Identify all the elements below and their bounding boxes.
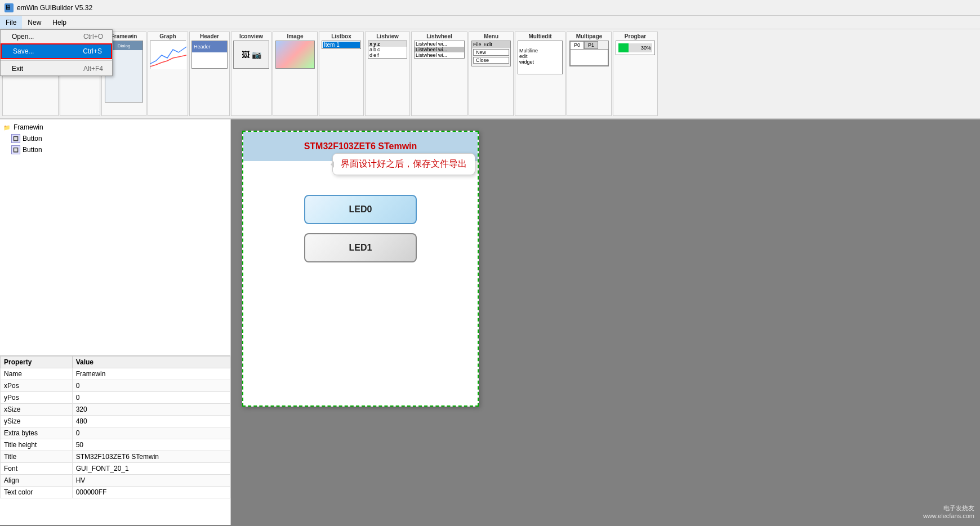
canvas-title: STM32F103ZET6 STemwin <box>304 141 417 151</box>
toolbar-multipage-title: Multipage <box>576 33 603 39</box>
prop-name: ySize <box>1 416 73 427</box>
menu-open-item[interactable]: Open... Ctrl+O <box>1 30 112 43</box>
prop-value: STM32F103ZET6 STemwin <box>72 451 230 463</box>
image-preview <box>275 41 315 69</box>
table-row: Text color000000FF <box>1 487 230 498</box>
main-area: 📁 Framewin 🔲 Button 🔲 Button Property <box>0 119 980 525</box>
toolbar-listwheel-title: Listwheel <box>426 33 452 39</box>
menu-new[interactable]: New <box>22 16 47 29</box>
tree-root[interactable]: 📁 Framewin <box>2 122 228 133</box>
prop-value: GUI_FONT_20_1 <box>72 463 230 475</box>
left-panel: 📁 Framewin 🔲 Button 🔲 Button Property <box>0 119 231 525</box>
table-row: xSize320 <box>1 404 230 416</box>
menu-bar: File New Help Open... Ctrl+O Save... Ctr… <box>0 16 980 29</box>
table-row: NameFramewin <box>1 368 230 380</box>
multipage-preview: P0 P1 <box>569 41 609 66</box>
tree-button-1[interactable]: 🔲 Button <box>11 133 228 144</box>
menu-exit-item[interactable]: Exit Alt+F4 <box>1 62 112 75</box>
canvas-body: LED0 LED1 <box>243 161 478 274</box>
table-row: TitleSTM32F103ZET6 STemwin <box>1 451 230 463</box>
toolbar-graph-title: Graph <box>159 33 176 39</box>
properties-table: Property Value NameFramewinxPos0yPos0xSi… <box>0 356 230 498</box>
prop-value: 000000FF <box>72 487 230 498</box>
toolbar-framewin-title: Framewin <box>111 33 137 39</box>
toolbar-listbox-title: Listbox <box>331 33 351 39</box>
toolbar-multiedit-title: Multiedit <box>528 33 551 39</box>
led1-button[interactable]: LED1 <box>304 233 417 262</box>
title-bar: 🖥 emWin GUIBuilder V5.32 <box>0 0 980 16</box>
tree-button-2[interactable]: 🔲 Button <box>11 144 228 155</box>
listview-preview: x y z a b c d e f <box>368 41 407 59</box>
toolbar-menu-title: Menu <box>484 33 498 39</box>
menu-new-btn: New <box>473 49 509 56</box>
toolbar-multiedit: Multiedit Multiline edit widget <box>515 32 565 116</box>
listbox-preview: Item 1 <box>322 41 361 49</box>
toolbar-listview-title: Listview <box>376 33 398 39</box>
prop-value: 0 <box>72 380 230 392</box>
toolbar-menu: Menu File Edit New Close <box>469 32 514 116</box>
listbox-selected-item: Item 1 <box>323 42 360 48</box>
multiedit-preview: Multiline edit widget <box>518 41 563 74</box>
toolbar-multipage: Multipage P0 P1 <box>567 32 612 116</box>
menu-section-preview: File Edit New Close <box>471 41 511 66</box>
properties-area: Property Value NameFramewinxPos0yPos0xSi… <box>0 356 230 525</box>
prop-value: 0 <box>72 427 230 439</box>
widget-icon-1: 🔲 <box>11 134 20 143</box>
toolbar-listbox: Listbox Item 1 <box>319 32 364 116</box>
prop-value: HV <box>72 475 230 487</box>
multipage-tab-p1: P1 <box>584 41 598 49</box>
table-row: AlignHV <box>1 475 230 487</box>
annotation-tooltip: 界面设计好之后，保存文件导出 <box>332 153 475 175</box>
app-title: emWin GUIBuilder V5.32 <box>17 4 92 12</box>
menu-separator <box>1 60 112 61</box>
prop-name: Font <box>1 463 73 475</box>
table-row: ySize480 <box>1 416 230 427</box>
app-icon: 🖥 <box>5 3 14 12</box>
progbar-preview: 30% <box>616 41 655 55</box>
prop-name: Extra bytes <box>1 427 73 439</box>
prop-value: 0 <box>72 392 230 404</box>
prop-name: Title height <box>1 439 73 451</box>
prop-name: Text color <box>1 487 73 498</box>
prop-value: Framewin <box>72 368 230 380</box>
led0-button[interactable]: LED0 <box>304 195 417 224</box>
menu-save-item[interactable]: Save... Ctrl+S <box>1 43 112 59</box>
folder-icon: 📁 <box>2 123 11 132</box>
menu-file[interactable]: File <box>0 16 22 29</box>
toolbar-iconview: Iconview 🖼 📷 <box>231 32 271 116</box>
toolbar-iconview-title: Iconview <box>239 33 263 39</box>
widget-icon-2: 🔲 <box>11 145 20 154</box>
toolbar-progbar: Progbar 30% <box>613 32 658 116</box>
menu-help[interactable]: Help <box>47 16 72 29</box>
tree-area: 📁 Framewin 🔲 Button 🔲 Button <box>0 119 230 356</box>
toolbar-listwheel: Listwheel Listwheel wi... Listwheel wi..… <box>411 32 467 116</box>
toolbar-progbar-title: Progbar <box>625 33 646 39</box>
prop-name: xSize <box>1 404 73 416</box>
toolbar-image: Image <box>273 32 318 116</box>
graph-preview <box>150 41 186 69</box>
table-row: FontGUI_FONT_20_1 <box>1 463 230 475</box>
iconview-preview: 🖼 📷 <box>233 41 269 69</box>
listwheel-preview: Listwheel wi... Listwheel wi... Listwhee… <box>414 41 465 59</box>
toolbar-graph: Graph <box>148 32 188 116</box>
canvas-area: STM32F103ZET6 STemwin LED0 LED1 界面设计好之后，… <box>231 119 980 525</box>
toolbar: Dropdown Item 1 ▼ Item 2 ▼ Item 3 ▼ Edit… <box>0 29 980 119</box>
table-row: Title height50 <box>1 439 230 451</box>
header-preview: Header <box>191 41 228 69</box>
table-row: yPos0 <box>1 392 230 404</box>
toolbar-header: Header Header <box>189 32 230 116</box>
prop-name: yPos <box>1 392 73 404</box>
prop-name: xPos <box>1 380 73 392</box>
prop-name: Name <box>1 368 73 380</box>
prop-value: 320 <box>72 404 230 416</box>
prop-name: Title <box>1 451 73 463</box>
prop-header-property: Property <box>1 356 73 368</box>
prop-header-value: Value <box>72 356 230 368</box>
file-dropdown-menu: Open... Ctrl+O Save... Ctrl+S Exit Alt+F… <box>0 29 113 76</box>
progbar-fill <box>618 43 629 52</box>
toolbar-image-title: Image <box>287 33 304 39</box>
multipage-tab-p0: P0 <box>570 41 584 49</box>
tree-children: 🔲 Button 🔲 Button <box>11 133 228 155</box>
table-row: xPos0 <box>1 380 230 392</box>
prop-name: Align <box>1 475 73 487</box>
